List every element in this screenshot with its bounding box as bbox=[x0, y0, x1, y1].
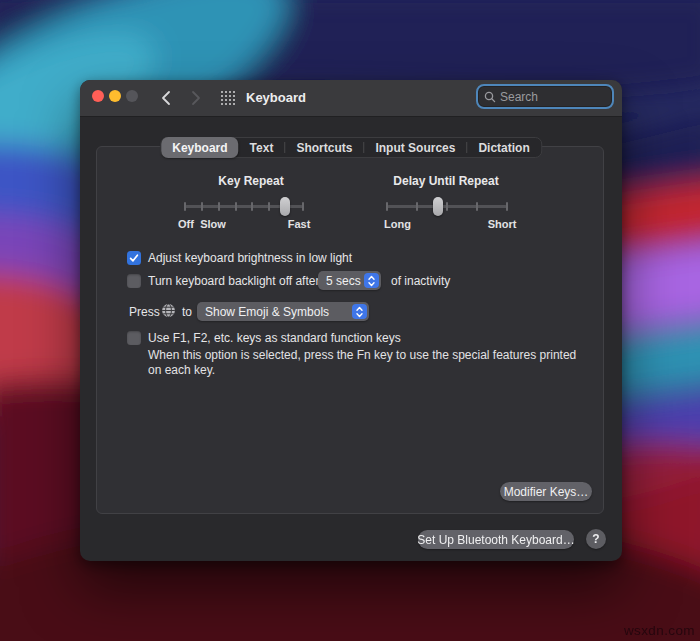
key-repeat-thumb[interactable] bbox=[280, 197, 290, 216]
zoom-button-disabled bbox=[126, 90, 138, 102]
titlebar[interactable]: Keyboard Search bbox=[80, 80, 622, 117]
tab-text[interactable]: Text bbox=[239, 138, 285, 157]
setup-bluetooth-keyboard-button[interactable]: Set Up Bluetooth Keyboard… bbox=[418, 530, 574, 549]
tab-strip: Keyboard Text Shortcuts Input Sources Di… bbox=[160, 137, 542, 158]
search-icon bbox=[484, 91, 496, 103]
modifier-keys-button[interactable]: Modifier Keys… bbox=[500, 482, 592, 501]
tab-dictation[interactable]: Dictation bbox=[467, 138, 540, 157]
checkmark-icon bbox=[128, 252, 140, 264]
press-globe-popup[interactable]: Show Emoji & Symbols bbox=[197, 302, 369, 321]
backlight-off-label: Turn keyboard backlight off after bbox=[148, 274, 319, 288]
key-repeat-label-fast: Fast bbox=[283, 218, 315, 230]
key-repeat-label-slow: Slow bbox=[198, 218, 228, 230]
press-globe-suffix: to bbox=[182, 305, 192, 319]
forward-icon bbox=[190, 90, 202, 106]
close-button[interactable] bbox=[92, 90, 104, 102]
tab-input-sources[interactable]: Input Sources bbox=[364, 138, 466, 157]
delay-ticks bbox=[386, 202, 508, 211]
popup-stepper-icon bbox=[364, 273, 379, 288]
standard-fn-description: When this option is selected, press the … bbox=[148, 348, 580, 377]
delay-label-long: Long bbox=[384, 218, 411, 230]
delay-title: Delay Until Repeat bbox=[371, 174, 521, 188]
backlight-off-suffix: of inactivity bbox=[391, 274, 450, 288]
search-placeholder: Search bbox=[500, 90, 538, 104]
desktop: wsxdn.com Keyboard Search bbox=[0, 0, 700, 641]
popup-stepper-icon bbox=[352, 304, 367, 319]
adjust-brightness-label: Adjust keyboard brightness in low light bbox=[148, 251, 352, 265]
tab-shortcuts[interactable]: Shortcuts bbox=[285, 138, 363, 157]
globe-icon bbox=[161, 303, 176, 318]
adjust-brightness-checkbox[interactable] bbox=[127, 251, 141, 265]
watermark: wsxdn.com bbox=[624, 623, 695, 638]
backlight-duration-popup[interactable]: 5 secs bbox=[318, 271, 381, 290]
search-field[interactable]: Search bbox=[476, 84, 614, 109]
minimize-button[interactable] bbox=[109, 90, 121, 102]
press-globe-value: Show Emoji & Symbols bbox=[197, 305, 369, 319]
system-preferences-window: Keyboard Search Keyboard Text Shortcuts … bbox=[80, 80, 622, 561]
standard-fn-checkbox[interactable] bbox=[127, 331, 141, 345]
window-title: Keyboard bbox=[246, 90, 306, 105]
key-repeat-label-off: Off bbox=[176, 218, 196, 230]
tab-keyboard[interactable]: Keyboard bbox=[161, 137, 238, 158]
delay-thumb[interactable] bbox=[433, 197, 443, 216]
keyboard-pane: Key Repeat Off Slow Fast Delay Until Rep… bbox=[96, 146, 604, 514]
help-button[interactable]: ? bbox=[586, 529, 606, 549]
show-all-grid-icon[interactable] bbox=[221, 91, 235, 105]
delay-label-short: Short bbox=[482, 218, 522, 230]
standard-fn-label: Use F1, F2, etc. keys as standard functi… bbox=[148, 331, 401, 345]
press-globe-prefix: Press bbox=[129, 305, 160, 319]
key-repeat-title: Key Repeat bbox=[181, 174, 321, 188]
back-icon[interactable] bbox=[160, 90, 172, 106]
backlight-off-checkbox[interactable] bbox=[127, 274, 141, 288]
